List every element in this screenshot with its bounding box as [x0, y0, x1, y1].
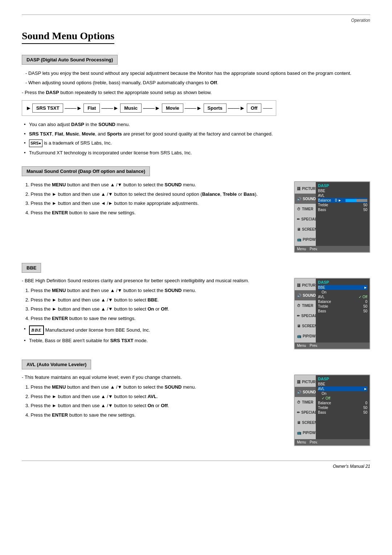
top-rule — [22, 15, 370, 15]
menu-item-timer: ⏱ TIMER — [295, 204, 316, 214]
bbe-menu-picture: 🖼 PICTURE — [295, 280, 316, 290]
flow-music: Music — [120, 104, 142, 113]
bbe-menu-bottom-prev: Prev. — [310, 344, 318, 348]
bbe-row-on: On — [318, 290, 367, 295]
dasp-dot-2: SRS TSXT, Flat, Music, Movie, and Sports… — [29, 130, 370, 138]
manual-menu-inner: 🖼 PICTURE 🔊 SOUND ⏱ TIMER ✏ — [295, 182, 369, 246]
bbe-menu-timer: ⏱ TIMER — [295, 300, 316, 311]
bbe-steps: Press the MENU button and then use ▲ /▼ … — [22, 287, 287, 322]
bbe-menu-screen: 🖥 SCREEN — [295, 321, 316, 331]
pip-icon: 📺 — [297, 238, 301, 242]
manual-step-1: Press the MENU button and then use ▲ /▼ … — [25, 181, 287, 189]
bbe-screen-label: SCREEN — [302, 324, 317, 328]
flow-off: Off — [247, 104, 262, 113]
bbe-dot-2: Treble, Bass or BBE aren't suitable for … — [29, 337, 287, 344]
avl-header: AVL (Auto Volume Leveler) — [22, 360, 91, 369]
bbe-text-col: - BBE High Definition Sound restores cla… — [22, 278, 287, 348]
bbe-intro: - BBE High Definition Sound restores cla… — [22, 278, 287, 283]
avl-timer-icon: ⏱ — [297, 400, 301, 404]
flow-end-line: —— — [263, 105, 272, 111]
avl-row-bass: Bass50 — [318, 410, 367, 415]
avl-menu-bottom: Menu Prev. — [295, 439, 369, 445]
bbe-step-3: Press the ► button and then use ▲ /▼ but… — [25, 305, 287, 313]
page-title: Sound Menu Options — [22, 30, 114, 44]
bbe-menu-special: ✏ SPECIAL — [295, 311, 316, 321]
bbe-special-label: SPECIAL — [301, 314, 317, 318]
page: Operation Sound Menu Options DASP (Digit… — [0, 0, 392, 491]
flow-srs-tsxt: SRS TSXT — [32, 104, 64, 113]
footer-label: Owner's Manual 21 — [22, 464, 370, 469]
avl-menu-inner: 🖼 PICTURE 🔊 SOUND ⏱ TIMER ✏ — [295, 375, 369, 439]
manual-step-4: Press the ENTER button to save the new s… — [25, 209, 287, 216]
bbe-picture-icon: 🖼 — [297, 283, 301, 287]
manual-two-col: Press the MENU button and then use ▲ /▼ … — [22, 181, 370, 253]
avl-screen-icon: 🖥 — [297, 421, 301, 425]
dasp-flow: ► SRS TSXT ——► Flat ——► Music ——► Movie … — [22, 100, 276, 116]
bbe-two-col: - BBE High Definition Sound restores cla… — [22, 278, 370, 349]
avl-text-col: - This feature maintains an equal volume… — [22, 374, 287, 422]
dasp-dot-list: You can also adjust DASP in the SOUND me… — [22, 121, 370, 156]
menu-row-bass: Bass50 — [318, 207, 367, 212]
bbe-menu-pip: 📺 PIP/DW — [295, 331, 316, 341]
menu-item-sound-active: 🔊 SOUND — [295, 194, 316, 204]
menu-row-treble: Treble50 — [318, 203, 367, 207]
avl-menu-sound: 🔊 SOUND — [295, 387, 316, 397]
bbe-row-bass: Bass50 — [318, 309, 367, 313]
avl-step-3: Press the ► button and then use ▲ /▼ but… — [25, 402, 287, 409]
special-label: SPECIAL — [301, 217, 317, 221]
bbe-row-balance: Balance0 — [318, 299, 367, 304]
avl-menu-timer: ⏱ TIMER — [295, 397, 316, 407]
menu-item-special: ✏ SPECIAL — [295, 214, 316, 224]
dasp-header: DASP (Digital Auto Sound Processing) — [22, 55, 118, 65]
bbe-menu-bottom: Menu Prev. — [295, 343, 369, 349]
special-icon: ✏ — [297, 217, 300, 221]
menu-row-avl: AVL — [318, 193, 367, 198]
avl-menu-screen: 🖼 PICTURE 🔊 SOUND ⏱ TIMER ✏ — [294, 374, 370, 446]
manual-text-col: Press the MENU button and then use ▲ /▼ … — [22, 181, 287, 220]
avl-screen-label: SCREEN — [302, 421, 317, 425]
avl-menu-picture: 🖼 PICTURE — [295, 377, 316, 387]
balance-bar — [346, 199, 367, 202]
bbe-step-4: Press the ENTER button to save the new s… — [25, 315, 287, 322]
manual-menu-left: 🖼 PICTURE 🔊 SOUND ⏱ TIMER ✏ — [295, 182, 316, 246]
dasp-bullet-1: DASP lets you enjoy the best sound witho… — [25, 70, 370, 77]
flow-arrow-5: ——► — [228, 105, 245, 112]
menu-row-bbe: BBE — [318, 189, 367, 193]
manual-menu-title: DASP — [318, 183, 367, 188]
srs-logo: SRS● — [29, 139, 42, 147]
avl-row-off: ✓ Off — [318, 396, 367, 401]
avl-menu-title: DASP — [318, 377, 367, 381]
avl-menu-bottom-prev: Prev. — [310, 440, 318, 444]
manual-menu-right: DASP BBE AVL Balance 0 ► Treble50 Bass50 — [316, 182, 369, 246]
sound-label: SOUND — [303, 197, 316, 201]
bbe-header: BBE — [22, 263, 41, 273]
bbe-menu-inner: 🖼 PICTURE 🔊 SOUND ⏱ TIMER ✏ — [295, 279, 369, 343]
flow-start-arrow: ► — [26, 105, 32, 112]
bbe-sound-icon: 🔊 — [297, 293, 301, 297]
flow-arrow-4: ——► — [185, 105, 202, 112]
avl-menu-pip: 📺 PIP/DW — [295, 428, 316, 438]
menu-item-screen: 🖥 SCREEN — [295, 224, 316, 234]
flow-flat: Flat — [83, 104, 100, 113]
avl-menu-screen: 🖥 SCREEN — [295, 417, 316, 428]
header-section-label: Operation — [22, 18, 370, 23]
pip-label: PIP/DW — [303, 238, 316, 242]
dasp-dot-1: You can also adjust DASP in the SOUND me… — [29, 121, 370, 128]
manual-section: Manual Sound Control (Dasp Off option an… — [22, 166, 370, 253]
manual-step-3: Press the ► button and then use ◄ /► but… — [25, 200, 287, 207]
avl-pip-icon: 📺 — [297, 431, 301, 435]
bbe-menu-bottom-menu: Menu — [297, 344, 306, 348]
manual-steps: Press the MENU button and then use ▲ /▼ … — [22, 181, 287, 216]
flow-arrow-2: ——► — [101, 105, 119, 112]
bbe-timer-icon: ⏱ — [297, 304, 301, 308]
bbe-menu-title: DASP — [318, 280, 367, 284]
menu-bottom-menu: Menu — [297, 247, 306, 251]
dasp-press-text: - Press the DASP button repeatedly to se… — [22, 90, 370, 95]
avl-sound-label: SOUND — [303, 390, 316, 394]
menu-item-pip: 📺 PIP/DW — [295, 234, 316, 244]
manual-header: Manual Sound Control (Dasp Off option an… — [22, 166, 150, 176]
avl-intro: - This feature maintains an equal volume… — [22, 374, 287, 380]
avl-step-1: Press the MENU button and then use ▲ /▼ … — [25, 384, 287, 391]
bbe-menu-sound: 🔊 SOUND — [295, 290, 316, 300]
bbe-pip-label: PIP/DW — [303, 334, 316, 338]
